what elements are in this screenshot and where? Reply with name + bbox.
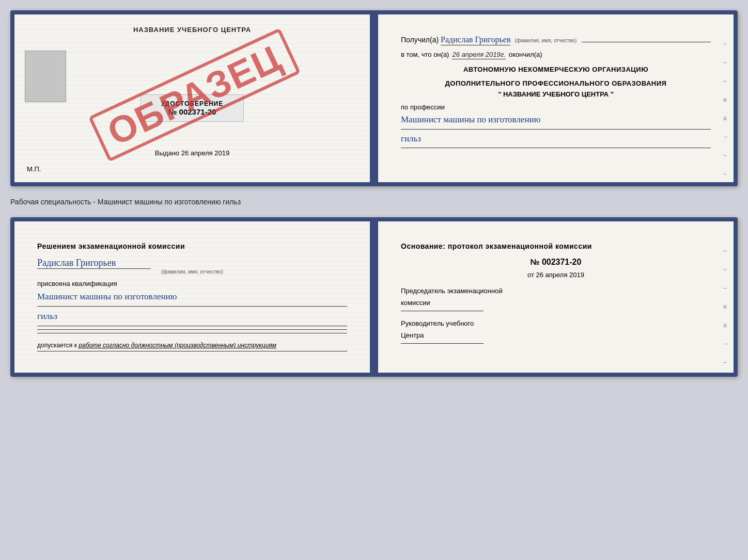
vtom-line: в том, что он(а) 26 апреля 2019г. окончи…	[401, 51, 711, 59]
bottom-document-card: Решением экзаменационной комиссии Радисл…	[10, 217, 738, 377]
bottom-name-sub: (фамилия, имя, отчество)	[37, 269, 347, 275]
poluchil-sub: (фамилия, имя, отчество)	[515, 38, 576, 43]
qual-underline2	[37, 326, 347, 326]
profession-underline2	[401, 148, 711, 148]
poluchil-name: Радислав Григорьев	[441, 35, 510, 45]
resheniem-block: Решением экзаменационной комиссии Радисл…	[27, 233, 357, 363]
predsedatel-line1: Председатель экзаменационной	[401, 287, 711, 295]
predsedatel-line2: комиссии	[401, 299, 711, 307]
profession-underline1	[401, 129, 711, 130]
resheniem-title: Решением экзаменационной комиссии	[37, 242, 347, 250]
po-professii-label: по профессии	[401, 103, 711, 111]
protocol-date-prefix: от	[527, 271, 534, 279]
bottom-name: Радислав Григорьев	[37, 258, 151, 269]
org-line2: ДОПОЛНИТЕЛЬНОГО ПРОФЕССИОНАЛЬНОГО ОБРАЗО…	[401, 79, 711, 87]
okoncil-word: окончил(а)	[509, 51, 542, 58]
qual-underline4	[37, 333, 347, 333]
dopusk-underline	[37, 351, 347, 351]
between-label: Рабочая специальность - Машинист машины …	[10, 196, 738, 208]
protocol-number: № 002371-20	[401, 258, 711, 267]
org-line1: АВТОНОМНУЮ НЕКОММЕРЧЕСКУЮ ОРГАНИЗАЦИЮ	[401, 66, 711, 73]
vtom-prefix: в том, что он(а)	[401, 51, 449, 58]
dash-after-name	[582, 42, 711, 42]
right-content-top: Получил(а) Радислав Григорьев (фамилия, …	[391, 26, 721, 160]
vydano-text: Выдано 26 апреля 2019	[155, 149, 229, 157]
poluchil-line: Получил(а) Радислав Григорьев (фамилия, …	[401, 35, 711, 45]
bottom-name-block: Радислав Григорьев (фамилия, имя, отчест…	[37, 258, 347, 275]
stamp-area: УДОСТОВЕРЕНИЕ № 002371-20 ОБРАЗЕЦ	[27, 41, 357, 144]
dopuskaetsya-italic: работе согласно должностным (производств…	[79, 342, 276, 349]
bottom-card-right: Основание: протокол экзаменационной коми…	[378, 221, 734, 373]
right-side-dashes: – – – и а ← – – –	[723, 40, 729, 186]
qual-underline3	[37, 329, 347, 330]
profession-line2: гильз	[401, 132, 711, 146]
udostoverenie-number: № 002371-20	[149, 107, 235, 116]
prisvoena-label: присвоена квалификация	[37, 280, 347, 287]
protocol-date-value: 26 апреля 2019	[536, 271, 585, 279]
bottom-right-side-dashes: – – – и а ← – – –	[723, 247, 729, 377]
protocol-date: от 26 апреля 2019	[401, 271, 711, 279]
dopuskaetsya-line: допускается к работе согласно должностны…	[37, 342, 347, 349]
bottom-card-spine	[371, 221, 378, 373]
udostoverenie-block: УДОСТОВЕРЕНИЕ № 002371-20	[141, 94, 244, 122]
qualification-line1: Машинист машины по изготовлению	[37, 290, 347, 303]
poluchil-prefix: Получил(а)	[401, 36, 439, 44]
top-document-card: НАЗВАНИЕ УЧЕБНОГО ЦЕНТРА УДОСТОВЕРЕНИЕ №…	[10, 10, 738, 186]
vydano-line: Выдано 26 апреля 2019	[27, 149, 357, 157]
udostoverenie-title: УДОСТОВЕРЕНИЕ	[149, 100, 235, 107]
mp-label: М.П.	[27, 165, 357, 173]
top-card-left: НАЗВАНИЕ УЧЕБНОГО ЦЕНТРА УДОСТОВЕРЕНИЕ №…	[14, 14, 371, 182]
org-name: " НАЗВАНИЕ УЧЕБНОГО ЦЕНТРА "	[401, 90, 711, 98]
profession-line1: Машинист машины по изготовлению	[401, 113, 711, 126]
top-left-title: НАЗВАНИЕ УЧЕБНОГО ЦЕНТРА	[27, 26, 357, 34]
rukovoditel-line2: Центра	[401, 331, 711, 339]
osnovanie-block: Основание: протокол экзаменационной коми…	[391, 233, 721, 361]
bottom-card-left: Решением экзаменационной комиссии Радисл…	[14, 221, 371, 373]
rukovoditel-sig-line	[401, 343, 484, 344]
page-container: НАЗВАНИЕ УЧЕБНОГО ЦЕНТРА УДОСТОВЕРЕНИЕ №…	[10, 10, 738, 377]
rukovoditel-line1: Руководитель учебного	[401, 319, 711, 327]
dopuskaetsya-prefix: допускается к	[37, 342, 77, 349]
vtom-date: 26 апреля 2019г.	[452, 51, 505, 59]
qualification-line2: гильз	[37, 309, 347, 323]
osnovanie-title: Основание: протокол экзаменационной коми…	[401, 242, 711, 250]
top-card-right: Получил(а) Радислав Григорьев (фамилия, …	[378, 14, 734, 182]
top-card-spine	[371, 14, 378, 182]
qual-underline1	[37, 306, 347, 307]
predsedatel-sig-line	[401, 311, 484, 311]
